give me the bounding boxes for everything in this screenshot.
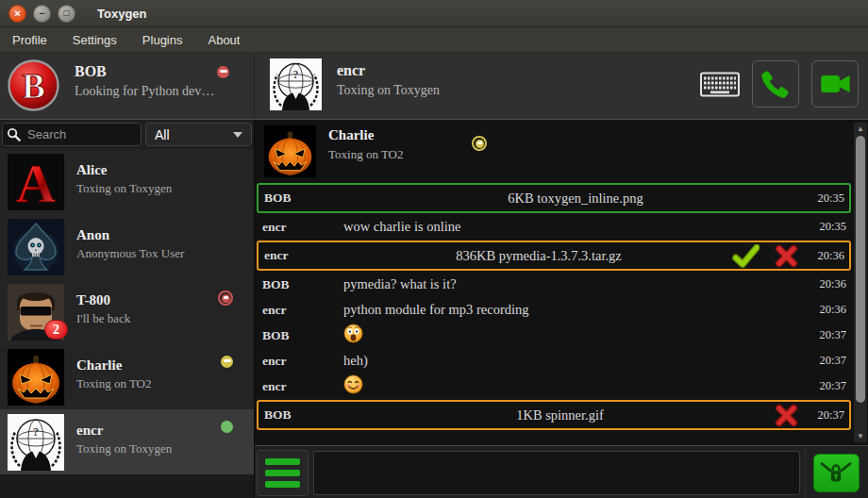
message-time: 20:37 <box>808 379 851 393</box>
accept-file-icon[interactable] <box>732 244 760 268</box>
menu-profile[interactable]: Profile <box>12 33 47 47</box>
toxygen-window: × − ▢ Toxygen Profile Settings Plugins A… <box>0 0 868 498</box>
online-status-icon <box>221 421 233 433</box>
encrypted-send-icon <box>818 459 854 488</box>
self-status-message: Looking for Python dev… <box>75 84 214 99</box>
contact-name: Anon <box>76 227 184 243</box>
file-name: 6KB toxygen_inline.png <box>345 191 806 207</box>
search-icon <box>7 127 21 141</box>
message-row: encr heh) 20:37 <box>257 348 851 374</box>
search-input[interactable] <box>25 126 141 142</box>
video-call-button[interactable] <box>811 60 859 108</box>
chat-peer-name: Charlie <box>328 127 404 143</box>
message-row: encr python module for mp3 recording 20:… <box>257 297 851 323</box>
alice-avatar: A <box>8 154 64 210</box>
message-sender: encr <box>257 379 343 394</box>
message-text: wow charlie is online <box>343 219 808 235</box>
message-text: heh) <box>343 353 808 369</box>
charlie-avatar-pumpkin <box>8 349 64 406</box>
message-time: 20:36 <box>808 303 851 317</box>
message-time: 20:35 <box>806 191 849 206</box>
self-profile[interactable]: B BOB Looking for Python dev… <box>0 53 255 119</box>
active-friend-header: ? encr Toxing on Toxygen <box>255 53 440 119</box>
friend-avatar-anonymous: ? <box>270 58 322 110</box>
smiling-face-emoji <box>343 374 363 394</box>
menu-about[interactable]: About <box>208 33 240 47</box>
away-status-icon <box>472 136 487 151</box>
message-sender: BOB <box>259 191 345 206</box>
header: B BOB Looking for Python dev… ? <box>0 53 868 120</box>
contact-name: encr <box>76 423 172 439</box>
scroll-up-icon[interactable]: ▲ <box>857 123 864 135</box>
message-emoji <box>343 374 808 398</box>
send-button-area <box>805 446 866 498</box>
file-transfer-row[interactable]: encr 836KB pymedia-1.3.7.3.tar.gz <box>257 241 851 271</box>
message-sender: BOB <box>257 328 343 343</box>
file-transfer-row[interactable]: BOB 1KB spinner.gif 20:37 <box>257 400 851 430</box>
busy-status-icon <box>218 290 233 306</box>
close-icon: × <box>14 8 20 19</box>
message-list: BOB 6KB toxygen_inline.png 20:35 encr wo… <box>257 183 851 430</box>
svg-text:B: B <box>22 67 45 106</box>
sidebar-filler <box>0 474 254 498</box>
maximize-button[interactable]: ▢ <box>58 5 75 23</box>
svg-text:?: ? <box>293 68 299 81</box>
message-time: 20:37 <box>806 408 849 423</box>
menu-plugins[interactable]: Plugins <box>142 33 183 47</box>
contact-filter-dropdown[interactable]: All <box>145 123 252 146</box>
contact-charlie[interactable]: Charlie Toxing on TO2 <box>0 344 254 409</box>
self-status-busy-icon <box>217 66 229 78</box>
file-name: 1KB spinner.gif <box>345 407 775 423</box>
sidebar: All A Alice Toxing on Toxygen <box>0 120 255 498</box>
chat-scrollbar[interactable]: ▲ ▼ <box>854 123 867 442</box>
message-compose-bar <box>255 445 868 498</box>
contact-encr[interactable]: ? encr Toxing on Toxygen <box>0 409 254 474</box>
message-text: pymedia? what is it? <box>343 276 808 292</box>
search-row: All <box>0 120 254 149</box>
contact-alice[interactable]: A Alice Toxing on Toxygen <box>0 149 254 214</box>
chat-menu-button[interactable] <box>257 450 309 496</box>
keyboard-icon[interactable] <box>700 72 740 97</box>
contact-name: Alice <box>76 162 172 178</box>
contact-anon[interactable]: Anon Anonymous Tox User <box>0 214 254 279</box>
chat-peer-header: Charlie Toxing on TO2 <box>257 123 851 182</box>
chat-peer-avatar-pumpkin <box>264 125 316 177</box>
message-time: 20:36 <box>806 249 849 263</box>
message-sender: encr <box>259 248 345 263</box>
decline-file-icon[interactable] <box>775 244 798 268</box>
away-status-icon <box>221 356 233 368</box>
message-row: encr 20:37 <box>257 374 851 399</box>
self-avatar-bob[interactable]: B <box>8 59 59 111</box>
main-body: All A Alice Toxing on Toxygen <box>0 120 868 498</box>
send-message-button[interactable] <box>813 454 860 492</box>
contact-status-message: Anonymous Tox User <box>76 246 184 261</box>
file-transfer-row[interactable]: BOB 6KB toxygen_inline.png 20:35 <box>257 183 851 213</box>
menubar: Profile Settings Plugins About <box>0 27 868 53</box>
close-button[interactable]: × <box>8 5 26 23</box>
file-name: 836KB pymedia-1.3.7.3.tar.gz <box>345 248 732 264</box>
message-text: python module for mp3 recording <box>343 302 808 318</box>
scrollbar-thumb[interactable] <box>856 136 865 403</box>
friend-name: encr <box>337 62 440 79</box>
audio-call-button[interactable] <box>752 60 799 108</box>
svg-text:?: ? <box>33 424 40 439</box>
message-sender: BOB <box>259 407 345 423</box>
message-time: 20:35 <box>808 220 851 234</box>
window-title: Toxygen <box>97 7 147 21</box>
header-actions <box>700 60 859 108</box>
message-time: 20:37 <box>808 354 851 368</box>
message-sender: encr <box>257 354 343 369</box>
message-sender: encr <box>257 303 343 318</box>
encr-avatar-anonymous: ? <box>8 414 64 471</box>
minimize-button[interactable]: − <box>33 5 51 23</box>
menu-settings[interactable]: Settings <box>73 33 117 47</box>
self-name: BOB <box>75 63 214 80</box>
message-input[interactable] <box>313 451 800 495</box>
phone-icon <box>759 67 793 101</box>
decline-file-icon[interactable] <box>775 404 798 427</box>
contact-t800[interactable]: T-800 I'll be back 2 <box>0 279 254 344</box>
contact-status-message: Toxing on TO2 <box>76 376 152 391</box>
contact-status-message: I'll be back <box>76 311 130 326</box>
search-box[interactable] <box>2 123 142 146</box>
scroll-down-icon[interactable]: ▼ <box>857 430 864 442</box>
